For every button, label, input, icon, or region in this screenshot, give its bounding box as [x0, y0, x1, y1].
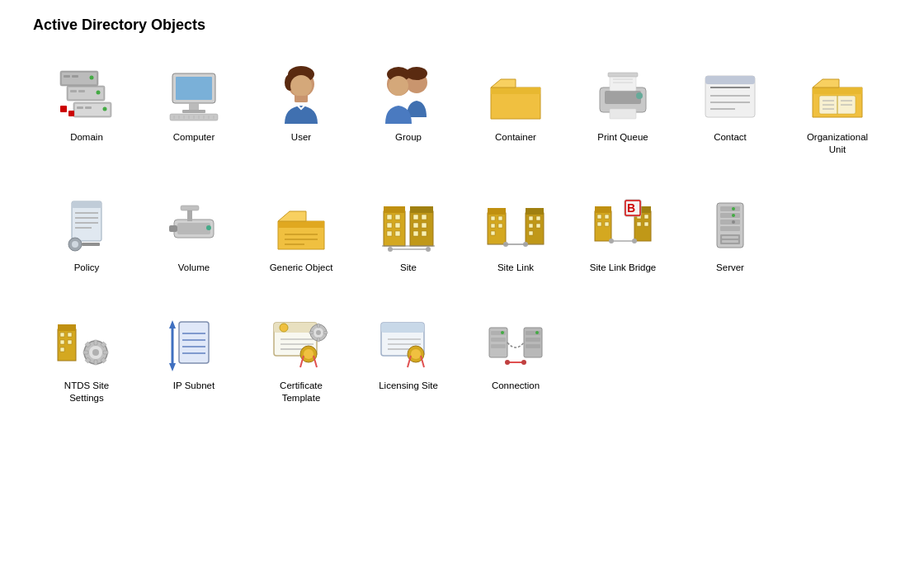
- svg-marker-173: [169, 363, 176, 371]
- svg-rect-100: [488, 213, 506, 244]
- svg-point-211: [505, 360, 510, 365]
- certificate-template-icon: [272, 315, 330, 373]
- svg-point-132: [632, 239, 637, 243]
- policy-label: Policy: [74, 262, 100, 274]
- svg-point-142: [732, 207, 735, 210]
- print-queue-label: Print Queue: [597, 131, 648, 144]
- svg-rect-166: [179, 322, 209, 363]
- svg-rect-122: [597, 222, 601, 226]
- svg-rect-18: [176, 77, 212, 100]
- svg-rect-16: [68, 111, 74, 116]
- group-label: Group: [395, 131, 422, 144]
- svg-rect-106: [491, 231, 495, 235]
- svg-rect-47: [608, 73, 638, 77]
- svg-rect-149: [58, 324, 76, 331]
- icon-grid: Domain Co: [33, 59, 891, 413]
- svg-rect-128: [637, 222, 641, 226]
- svg-rect-110: [536, 216, 540, 220]
- svg-rect-3: [85, 106, 92, 109]
- svg-marker-172: [169, 320, 176, 328]
- svg-rect-13: [72, 75, 78, 78]
- svg-rect-145: [720, 234, 740, 244]
- svg-rect-86: [387, 231, 392, 236]
- svg-rect-112: [536, 224, 540, 228]
- svg-rect-102: [491, 216, 495, 220]
- svg-rect-82: [387, 215, 392, 220]
- generic-object-icon: [272, 197, 330, 255]
- server-icon: [701, 197, 759, 255]
- icon-site-link-bridge: B Site Link Bridge: [569, 189, 676, 282]
- svg-rect-95: [422, 231, 427, 236]
- connection-icon: [487, 315, 544, 373]
- computer-label: Computer: [173, 131, 215, 144]
- computer-icon: [165, 67, 223, 125]
- svg-rect-119: [595, 206, 611, 213]
- svg-point-76: [206, 225, 211, 230]
- svg-rect-113: [529, 231, 533, 235]
- svg-rect-92: [413, 223, 418, 228]
- svg-rect-203: [491, 344, 506, 348]
- svg-rect-188: [317, 338, 319, 342]
- org-unit-label: OrganizationalUnit: [807, 131, 868, 156]
- svg-rect-89: [410, 206, 433, 213]
- svg-point-197: [411, 349, 421, 359]
- svg-rect-152: [60, 340, 64, 344]
- svg-point-14: [90, 76, 94, 80]
- svg-rect-159: [94, 360, 97, 365]
- svg-rect-43: [610, 76, 636, 91]
- connection-label: Connection: [492, 380, 540, 392]
- svg-rect-2: [77, 106, 83, 109]
- svg-rect-207: [526, 338, 540, 342]
- policy-icon: [58, 197, 116, 255]
- svg-point-176: [280, 324, 288, 332]
- svg-rect-54: [705, 76, 755, 84]
- svg-rect-151: [68, 333, 72, 337]
- svg-rect-8: [78, 90, 85, 92]
- svg-point-99: [426, 247, 431, 252]
- svg-rect-160: [83, 351, 88, 354]
- svg-point-4: [103, 107, 107, 111]
- licensing-site-icon: [380, 315, 437, 373]
- svg-rect-109: [529, 216, 533, 220]
- svg-rect-189: [309, 331, 314, 333]
- page-title: Active Directory Objects: [33, 17, 891, 34]
- svg-point-144: [732, 220, 735, 224]
- icon-site-link: Site Link: [462, 189, 569, 282]
- svg-rect-208: [526, 344, 540, 348]
- icon-container: Container: [462, 59, 569, 164]
- svg-rect-120: [597, 215, 601, 219]
- container-icon: [487, 67, 544, 125]
- svg-rect-129: [644, 222, 648, 226]
- icon-policy: Policy: [33, 189, 140, 282]
- svg-rect-84: [387, 223, 392, 228]
- svg-rect-202: [491, 338, 506, 342]
- svg-rect-127: [644, 215, 648, 219]
- svg-rect-111: [529, 224, 533, 228]
- svg-rect-123: [605, 222, 609, 226]
- site-link-bridge-icon: B: [594, 197, 652, 255]
- licensing-site-label: Licensing Site: [379, 380, 438, 392]
- icon-ntds-site-settings: NTDS SiteSettings: [33, 307, 140, 413]
- site-link-label: Site Link: [497, 262, 534, 274]
- svg-rect-146: [722, 236, 738, 239]
- contact-label: Contact: [714, 131, 747, 144]
- svg-rect-46: [610, 109, 636, 119]
- svg-rect-190: [323, 331, 328, 333]
- svg-point-181: [304, 349, 314, 359]
- svg-rect-87: [395, 231, 400, 236]
- svg-rect-108: [526, 208, 544, 215]
- svg-point-186: [316, 330, 321, 335]
- site-icon: [380, 197, 437, 255]
- svg-rect-93: [422, 223, 427, 228]
- svg-rect-91: [422, 215, 427, 220]
- svg-rect-19: [189, 103, 199, 110]
- container-label: Container: [495, 131, 536, 144]
- svg-rect-42: [605, 91, 641, 104]
- svg-rect-158: [94, 340, 97, 345]
- svg-rect-140: [720, 220, 740, 224]
- user-icon: [272, 67, 330, 125]
- svg-rect-105: [498, 224, 502, 228]
- icon-certificate-template: CertificateTemplate: [248, 307, 355, 413]
- svg-rect-147: [722, 240, 738, 243]
- svg-point-209: [535, 331, 539, 334]
